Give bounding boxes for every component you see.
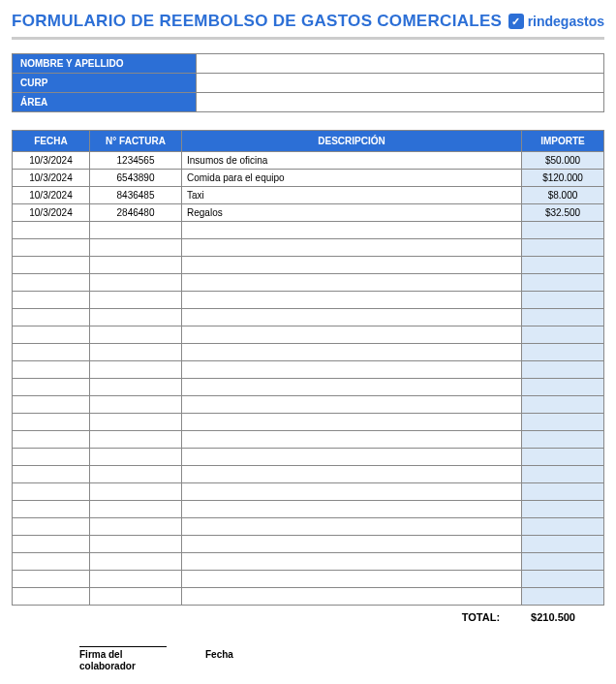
cell-imp[interactable]: [522, 431, 604, 449]
cell-imp[interactable]: [522, 292, 604, 309]
cell-fact[interactable]: [90, 309, 182, 326]
cell-desc[interactable]: [182, 344, 522, 361]
cell-imp[interactable]: [522, 222, 604, 239]
cell-fact[interactable]: 1234565: [90, 152, 182, 170]
cell-desc[interactable]: [182, 536, 522, 553]
cell-desc[interactable]: Insumos de oficina: [182, 152, 522, 170]
cell-fact[interactable]: [90, 257, 182, 274]
cell-desc[interactable]: [182, 431, 522, 449]
cell-desc[interactable]: [182, 449, 522, 466]
cell-imp[interactable]: [522, 501, 604, 518]
cell-fact[interactable]: [90, 396, 182, 414]
cell-desc[interactable]: [182, 257, 522, 274]
cell-fact[interactable]: [90, 222, 182, 239]
cell-fecha[interactable]: 10/3/2024: [13, 187, 90, 204]
cell-imp[interactable]: [522, 361, 604, 379]
cell-imp[interactable]: $8.000: [522, 187, 604, 204]
cell-desc[interactable]: Comida para el equipo: [182, 170, 522, 187]
cell-fact[interactable]: [90, 292, 182, 309]
cell-imp[interactable]: [522, 239, 604, 257]
cell-fecha[interactable]: [13, 466, 90, 483]
cell-imp[interactable]: [522, 257, 604, 274]
cell-desc[interactable]: [182, 588, 522, 606]
cell-fecha[interactable]: [13, 414, 90, 431]
cell-fact[interactable]: [90, 361, 182, 379]
cell-desc[interactable]: [182, 239, 522, 257]
cell-fecha[interactable]: [13, 361, 90, 379]
cell-desc[interactable]: [182, 483, 522, 501]
cell-fecha[interactable]: [13, 344, 90, 361]
cell-fecha[interactable]: [13, 396, 90, 414]
cell-fecha[interactable]: [13, 257, 90, 274]
cell-fact[interactable]: [90, 501, 182, 518]
cell-imp[interactable]: [522, 326, 604, 344]
cell-imp[interactable]: [522, 414, 604, 431]
cell-fact[interactable]: [90, 483, 182, 501]
cell-fact[interactable]: [90, 588, 182, 606]
cell-fecha[interactable]: 10/3/2024: [13, 170, 90, 187]
cell-fecha[interactable]: [13, 309, 90, 326]
cell-fecha[interactable]: [13, 326, 90, 344]
cell-imp[interactable]: [522, 536, 604, 553]
cell-desc[interactable]: [182, 518, 522, 536]
cell-imp[interactable]: [522, 344, 604, 361]
cell-imp[interactable]: [522, 274, 604, 292]
cell-fecha[interactable]: [13, 536, 90, 553]
cell-fact[interactable]: [90, 344, 182, 361]
cell-desc[interactable]: [182, 274, 522, 292]
cell-fact[interactable]: [90, 239, 182, 257]
cell-imp[interactable]: [522, 553, 604, 571]
cell-fecha[interactable]: [13, 274, 90, 292]
cell-fact[interactable]: [90, 431, 182, 449]
cell-fecha[interactable]: [13, 239, 90, 257]
cell-fecha[interactable]: [13, 292, 90, 309]
cell-imp[interactable]: [522, 483, 604, 501]
cell-fecha[interactable]: [13, 518, 90, 536]
cell-fecha[interactable]: 10/3/2024: [13, 152, 90, 170]
cell-desc[interactable]: [182, 379, 522, 396]
cell-desc[interactable]: [182, 553, 522, 571]
cell-imp[interactable]: $50.000: [522, 152, 604, 170]
cell-desc[interactable]: Regalos: [182, 204, 522, 222]
cell-imp[interactable]: $32.500: [522, 204, 604, 222]
cell-fecha[interactable]: [13, 449, 90, 466]
cell-fact[interactable]: [90, 518, 182, 536]
cell-fecha[interactable]: [13, 431, 90, 449]
cell-fact[interactable]: [90, 466, 182, 483]
cell-fact[interactable]: 6543890: [90, 170, 182, 187]
cell-desc[interactable]: [182, 396, 522, 414]
cell-fact[interactable]: [90, 553, 182, 571]
cell-fecha[interactable]: [13, 483, 90, 501]
cell-desc[interactable]: [182, 466, 522, 483]
cell-fact[interactable]: [90, 414, 182, 431]
cell-fact[interactable]: [90, 379, 182, 396]
cell-desc[interactable]: [182, 292, 522, 309]
cell-fact[interactable]: 8436485: [90, 187, 182, 204]
cell-desc[interactable]: [182, 571, 522, 588]
cell-desc[interactable]: [182, 501, 522, 518]
cell-desc[interactable]: [182, 414, 522, 431]
cell-imp[interactable]: [522, 466, 604, 483]
info-value-area[interactable]: [197, 93, 604, 112]
cell-imp[interactable]: $120.000: [522, 170, 604, 187]
cell-fecha[interactable]: [13, 379, 90, 396]
cell-imp[interactable]: [522, 571, 604, 588]
cell-fact[interactable]: [90, 326, 182, 344]
cell-fecha[interactable]: [13, 571, 90, 588]
cell-fecha[interactable]: [13, 588, 90, 606]
cell-desc[interactable]: [182, 222, 522, 239]
cell-fecha[interactable]: [13, 222, 90, 239]
cell-fact[interactable]: [90, 571, 182, 588]
cell-imp[interactable]: [522, 309, 604, 326]
cell-fact[interactable]: [90, 274, 182, 292]
cell-desc[interactable]: [182, 326, 522, 344]
cell-fact[interactable]: [90, 449, 182, 466]
cell-desc[interactable]: Taxi: [182, 187, 522, 204]
cell-imp[interactable]: [522, 379, 604, 396]
cell-imp[interactable]: [522, 588, 604, 606]
cell-imp[interactable]: [522, 449, 604, 466]
info-value-curp[interactable]: [197, 74, 604, 93]
info-value-name[interactable]: [197, 54, 604, 74]
cell-fecha[interactable]: [13, 501, 90, 518]
cell-desc[interactable]: [182, 361, 522, 379]
